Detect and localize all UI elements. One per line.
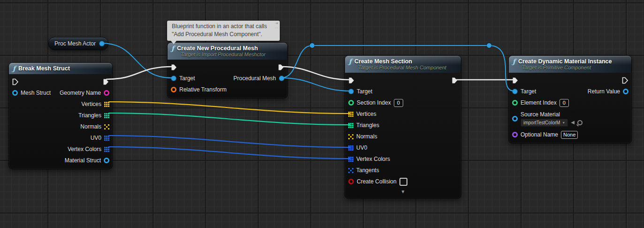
- pin-label: Relative Transform: [179, 86, 227, 93]
- vertex-colors-array-pin[interactable]: [348, 157, 353, 162]
- object-output-pin[interactable]: [99, 41, 105, 46]
- triangles-array-pin[interactable]: [104, 113, 109, 118]
- uv0-array-pin[interactable]: [348, 145, 353, 151]
- node-create-new-procedural-mesh[interactable]: ƒ Create New Procedural Mesh Target is I…: [167, 42, 288, 99]
- node-title: Create Mesh Section: [354, 58, 412, 65]
- node-create-mesh-section[interactable]: ƒ Create Mesh Section Target is Procedur…: [345, 55, 461, 199]
- pin-label: Normals: [356, 133, 377, 140]
- exec-in-pin[interactable]: [171, 64, 177, 71]
- normals-array-pin[interactable]: [104, 124, 109, 129]
- pin-label: Section Index: [357, 99, 391, 106]
- comment-line-1: Blueprint function in an actor that call…: [172, 23, 270, 30]
- node-title: Create Dynamic Material Instance: [518, 58, 612, 65]
- pin-label: Source Material: [521, 111, 583, 118]
- create-collision-checkbox[interactable]: [399, 178, 407, 186]
- pin-label: Create Collision: [357, 178, 397, 185]
- mesh-struct-pin[interactable]: [12, 90, 18, 96]
- function-icon: ƒ: [171, 46, 174, 51]
- exec-out-pin[interactable]: [103, 78, 109, 85]
- source-material-pin[interactable]: [512, 116, 518, 122]
- node-break-mesh-struct[interactable]: ƒ Break Mesh Struct Mesh Struct Geometry…: [8, 62, 113, 169]
- pin-label: Material Struct: [65, 157, 101, 164]
- pin-label: Optional Name: [521, 131, 558, 138]
- wire-procmesh-to-cms-target: [281, 78, 350, 91]
- pin-label: UV0: [356, 144, 367, 151]
- relative-transform-pin[interactable]: [171, 87, 176, 92]
- wire-triangles: [108, 113, 350, 125]
- geometry-name-pin[interactable]: [104, 90, 109, 96]
- pin-label: Return Value: [588, 88, 620, 95]
- reroute-node-left[interactable]: [310, 43, 314, 48]
- vertex-colors-array-pin[interactable]: [104, 147, 109, 152]
- exec-in-pin[interactable]: [348, 77, 355, 84]
- node-proc-mesh-actor[interactable]: Proc Mesh Actor: [48, 37, 108, 50]
- pin-label: Tangents: [356, 167, 379, 174]
- pin-label: Triangles: [78, 112, 101, 119]
- source-material-dropdown[interactable]: importTestColorM ▼: [521, 119, 568, 127]
- pin-label: Element Index: [521, 99, 557, 106]
- browse-asset-magnifier-icon[interactable]: [577, 120, 583, 125]
- element-index-pin[interactable]: [512, 100, 518, 106]
- use-asset-arrow-icon[interactable]: ◀: [571, 120, 575, 125]
- element-index-value[interactable]: 0: [560, 99, 569, 107]
- optional-name-pin[interactable]: [512, 132, 518, 137]
- comment-bubble: Blueprint function in an actor that call…: [167, 21, 280, 41]
- pin-label: Vertex Colors: [356, 156, 390, 162]
- bubble-more-icon[interactable]: …: [275, 25, 278, 29]
- create-collision-pin[interactable]: [348, 179, 354, 184]
- function-icon: ƒ: [13, 66, 15, 71]
- node-subtitle: Target is Procedural Mesh Component: [358, 65, 457, 70]
- exec-out-pin[interactable]: [622, 77, 629, 84]
- wire-exec-cnpm-to-cms: [281, 67, 350, 80]
- node-subtitle: Target is Import Procedural Meshctor: [181, 52, 284, 57]
- material-struct-pin[interactable]: [104, 158, 109, 163]
- uv0-array-pin[interactable]: [104, 136, 109, 141]
- pin-label: Normals: [80, 123, 101, 130]
- exec-out-pin[interactable]: [452, 77, 458, 84]
- pin-label: Vertices: [356, 111, 376, 117]
- pin-label: Target: [357, 88, 372, 95]
- exec-in-pin[interactable]: [12, 78, 19, 85]
- pin-label: Vertex Colors: [68, 146, 101, 152]
- target-pin[interactable]: [348, 89, 354, 94]
- target-pin[interactable]: [171, 76, 176, 81]
- pin-label: Geometry Name: [60, 90, 101, 96]
- function-icon: ƒ: [513, 59, 515, 64]
- variable-get-label: Proc Mesh Actor: [54, 40, 96, 47]
- triangles-array-pin[interactable]: [348, 123, 353, 128]
- comment-line-2: "Add Procedural Mesh Component".: [172, 30, 270, 38]
- optional-name-value[interactable]: None: [561, 131, 578, 139]
- wire-vertex-colors: [108, 147, 350, 159]
- wire-exec-break-to-cnpm: [106, 67, 173, 79]
- pin-label: Triangles: [356, 122, 379, 129]
- comment-bubble-tail: [171, 41, 176, 44]
- section-index-pin[interactable]: [348, 100, 354, 106]
- target-pin[interactable]: [512, 89, 518, 94]
- wire-vertices: [108, 102, 350, 114]
- source-material-value: importTestColorM: [523, 120, 560, 125]
- normals-array-pin[interactable]: [348, 134, 353, 139]
- pin-label: Mesh Struct: [21, 90, 51, 96]
- procedural-mesh-pin[interactable]: [279, 76, 284, 81]
- wire-uv0: [108, 136, 350, 147]
- exec-in-pin[interactable]: [512, 77, 519, 84]
- pin-label: Procedural Mesh: [233, 75, 276, 82]
- pin-label: Target: [179, 75, 195, 82]
- node-create-dynamic-material-instance[interactable]: ƒ Create Dynamic Material Instance Targe…: [508, 55, 632, 144]
- node-title: Break Mesh Struct: [18, 65, 70, 72]
- pin-label: Vertices: [81, 101, 101, 107]
- exec-out-pin[interactable]: [278, 64, 284, 71]
- section-index-value[interactable]: 0: [394, 99, 403, 107]
- return-value-pin[interactable]: [623, 89, 629, 94]
- dropdown-caret-icon: ▼: [562, 121, 565, 124]
- node-subtitle: Target is Primitive Component: [522, 65, 628, 70]
- vertices-array-pin[interactable]: [348, 112, 353, 117]
- reroute-node-right[interactable]: [487, 43, 491, 48]
- pin-label: UV0: [91, 135, 101, 141]
- vertices-array-pin[interactable]: [104, 102, 109, 107]
- tangents-array-pin[interactable]: [348, 168, 353, 173]
- pin-label: Target: [521, 88, 536, 95]
- collapse-arrow-icon[interactable]: ▼: [401, 189, 406, 194]
- node-title: Create New Procedural Mesh: [177, 45, 258, 52]
- function-icon: ƒ: [349, 59, 352, 64]
